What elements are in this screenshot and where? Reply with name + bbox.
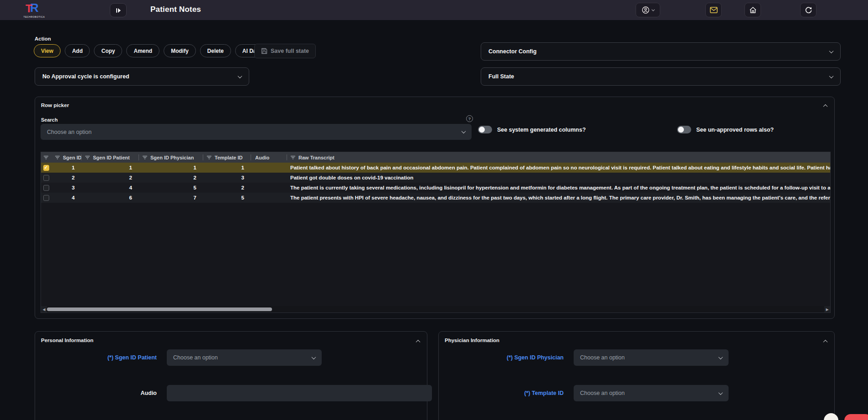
collapse-panel-icon[interactable] (416, 340, 421, 344)
column-header-audio[interactable]: Audio (251, 155, 287, 160)
template-id-select[interactable]: Choose an option (574, 385, 729, 401)
collapse-panel-icon[interactable] (823, 340, 828, 344)
mail-icon (710, 7, 718, 13)
scrollbar-thumb[interactable] (47, 307, 272, 311)
scroll-left-arrow[interactable]: ◀ (41, 306, 47, 312)
action-delete-button[interactable]: Delete (200, 44, 231, 57)
unapproved-rows-switch[interactable] (677, 126, 691, 133)
refresh-button[interactable] (800, 3, 817, 17)
sgen-id-patient-select[interactable]: Choose an option (167, 349, 322, 366)
page-title: Patient Notes (150, 5, 201, 14)
chevron-down-icon (238, 74, 242, 78)
sidebar-expand-button[interactable] (110, 3, 127, 17)
search-select[interactable]: Choose an option (41, 124, 472, 140)
action-add-button[interactable]: Add (65, 44, 90, 57)
filter-icon[interactable] (43, 155, 49, 159)
filter-icon[interactable] (85, 155, 90, 159)
sgen-id-physician-label: (*) Sgen ID Physician (447, 354, 564, 361)
table-row[interactable]: 3 4 5 2 The patient is currently taking … (41, 183, 830, 193)
chevron-down-icon (312, 355, 316, 359)
select-all-column (41, 155, 51, 159)
chevron-down-icon (719, 390, 723, 395)
filter-icon[interactable] (206, 155, 212, 159)
sgen-id-patient-label: (*) Sgen ID Patient (41, 354, 157, 361)
collapse-panel-icon[interactable] (823, 104, 828, 109)
action-button-group: View Add Copy Amend Modify Delete AI Dat… (34, 44, 284, 57)
help-icon[interactable]: ? (466, 115, 473, 122)
action-view-button[interactable]: View (34, 44, 61, 57)
home-button[interactable] (745, 3, 761, 17)
physician-information-title: Physician Information (445, 338, 499, 343)
column-header-raw-transcript[interactable]: Raw Transcript (287, 155, 830, 160)
refresh-icon (805, 6, 812, 14)
rows-table: Sgen ID Sgen ID Patient Sgen ID Physicia… (41, 152, 831, 313)
table-header-row: Sgen ID Sgen ID Patient Sgen ID Physicia… (41, 152, 830, 163)
action-amend-button[interactable]: Amend (126, 44, 159, 57)
home-icon (749, 6, 757, 14)
column-header-sgen-id-physician[interactable]: Sgen ID Physician (139, 155, 203, 160)
unapproved-rows-label: See un-approved rows also? (696, 127, 774, 133)
connector-config-select[interactable]: Connector Config (481, 42, 841, 61)
search-label: Search (41, 117, 58, 123)
save-icon (261, 48, 267, 54)
physician-information-panel: Physician Information (*) Sgen ID Physic… (438, 331, 835, 420)
chevron-down-icon (462, 129, 466, 133)
save-full-state-button[interactable]: Save full state (254, 44, 316, 58)
system-columns-switch[interactable] (478, 126, 492, 133)
row-checkbox-checked[interactable]: ✓ (43, 165, 49, 171)
horizontal-scrollbar: ◀ ▶ (41, 306, 830, 312)
account-menu-button[interactable] (636, 3, 660, 17)
row-checkbox[interactable] (43, 175, 49, 181)
toggle-system-columns: See system generated columns? (478, 126, 586, 133)
row-checkbox[interactable] (43, 185, 49, 191)
row-picker-title: Row picker (41, 102, 69, 108)
mail-button[interactable] (705, 3, 722, 17)
table-empty-area (41, 203, 830, 306)
filter-icon[interactable] (55, 155, 60, 159)
top-bar: R T TECHROBOTICA Patient Notes (0, 0, 868, 20)
expand-panel-icon (116, 8, 117, 13)
row-picker-panel: Row picker Search ? Choose an option See… (35, 97, 835, 319)
action-modify-button[interactable]: Modify (164, 44, 196, 57)
filter-icon[interactable] (290, 155, 296, 159)
table-row[interactable]: ✓ 1 1 1 1 Patient talked about history o… (41, 163, 830, 173)
chevron-down-icon (829, 49, 834, 53)
logo-letter-t: T (26, 2, 32, 15)
table-row[interactable]: 4 6 7 5 The patient presents with HPI of… (41, 193, 830, 203)
account-icon (642, 6, 650, 14)
brand-logo: R T TECHROBOTICA (18, 1, 50, 18)
template-id-label: (*) Template ID (447, 390, 564, 396)
column-header-template-id[interactable]: Template ID (203, 155, 251, 160)
app-root: R T TECHROBOTICA Patient Notes (0, 0, 868, 420)
full-state-select[interactable]: Full State (481, 67, 841, 86)
chevron-down-icon (829, 74, 834, 78)
personal-information-panel: Personal Information (*) Sgen ID Patient… (35, 331, 427, 420)
scroll-right-arrow[interactable]: ▶ (824, 306, 830, 312)
techrobotica-logo-icon: R T (18, 1, 50, 15)
chevron-down-icon (719, 355, 723, 359)
table-row[interactable]: 2 2 2 3 Patient got double doses on covi… (41, 173, 830, 183)
action-copy-button[interactable]: Copy (94, 44, 122, 57)
audio-input[interactable] (167, 385, 432, 401)
filter-icon[interactable] (142, 155, 148, 159)
toggle-unapproved-rows: See un-approved rows also? (677, 126, 774, 133)
personal-information-title: Personal Information (41, 338, 93, 343)
sgen-id-physician-select[interactable]: Choose an option (574, 349, 729, 366)
notification-badge[interactable] (844, 414, 868, 420)
audio-label: Audio (41, 390, 157, 396)
action-section-label: Action (35, 36, 51, 41)
column-header-sgen-id-patient[interactable]: Sgen ID Patient (81, 155, 139, 160)
scrollbar-track[interactable] (47, 306, 824, 312)
brand-name: TECHROBOTICA (18, 15, 50, 18)
system-columns-label: See system generated columns? (497, 127, 586, 133)
row-checkbox[interactable] (43, 195, 49, 201)
column-header-sgen-id[interactable]: Sgen ID (51, 155, 81, 160)
chevron-down-icon (652, 8, 655, 11)
approval-cycle-select[interactable]: No Approval cycle is configured (35, 67, 249, 86)
